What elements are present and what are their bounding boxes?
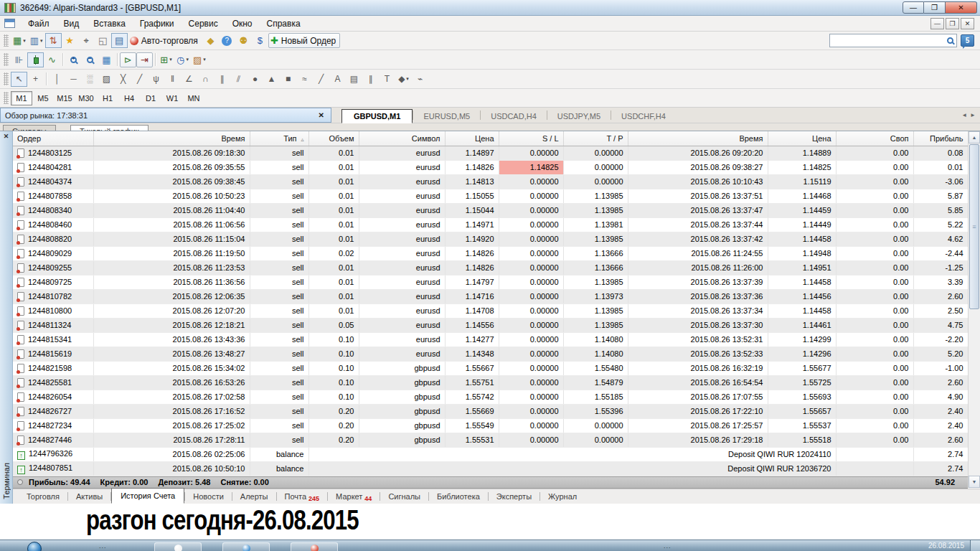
text-label-button[interactable]: T <box>379 72 395 87</box>
timeframe-d1[interactable]: D1 <box>140 91 161 105</box>
strategy-tester-button[interactable]: ◱ <box>95 33 111 48</box>
table-row[interactable]: 12448272342015.08.26 17:25:02sell0.20gbp… <box>13 418 968 433</box>
fibo-grid-button[interactable]: ░ <box>82 72 98 87</box>
restore-button[interactable]: ❐ <box>924 1 946 14</box>
table-row[interactable]: ↑12447963262015.08.26 02:25:06balanceDep… <box>13 447 968 461</box>
bar-chart-button[interactable]: ⊪ <box>11 52 27 67</box>
close-button[interactable]: ✕ <box>946 1 977 14</box>
toolbar-grip[interactable] <box>4 92 9 105</box>
show-desktop-button[interactable] <box>970 540 980 551</box>
terminal-tab[interactable]: Эксперты <box>489 490 540 503</box>
elliott-wave-button[interactable]: ≈ <box>296 72 313 87</box>
table-row[interactable]: 12448215982015.08.26 15:34:02sell0.10gbp… <box>13 361 968 375</box>
timeframe-m15[interactable]: M15 <box>54 91 75 105</box>
table-row[interactable]: 12448097252015.08.26 11:36:56sell0.01eur… <box>13 275 968 289</box>
timeframe-h1[interactable]: H1 <box>97 91 118 105</box>
scrollbar-thumb[interactable] <box>969 144 979 309</box>
chart-tab[interactable]: USDCHF,H4 <box>611 110 676 123</box>
column-header-volume[interactable]: Объем <box>308 131 359 146</box>
mql5-chat-badge[interactable]: 5 <box>961 34 974 47</box>
terminal-tab[interactable]: Новости <box>185 490 232 503</box>
horizontal-line-button[interactable]: ─ <box>65 72 82 87</box>
column-header-open_time[interactable]: Время <box>93 131 250 146</box>
table-row[interactable]: 12448156192015.08.26 13:48:27sell0.10eur… <box>13 347 968 361</box>
rectangle-button[interactable]: ■ <box>280 72 296 87</box>
scroll-up-icon[interactable]: ▲ <box>969 131 980 143</box>
terminal-tab[interactable]: Маркет44 <box>328 490 380 503</box>
timeframe-w1[interactable]: W1 <box>161 91 183 105</box>
tab-scroll-left-icon[interactable]: ◄ <box>961 112 967 118</box>
taskbar-app-2[interactable] <box>222 542 270 551</box>
favorites-button[interactable]: ★ <box>62 33 78 48</box>
column-header-symbol[interactable]: Символ <box>359 131 445 146</box>
column-header-sl[interactable]: S / L <box>499 131 563 146</box>
new-order-button[interactable]: ✚ Новый Ордер <box>268 33 340 48</box>
market-watch-close-icon[interactable]: ✕ <box>316 111 326 119</box>
terminal-tab[interactable]: Сигналы <box>380 490 428 503</box>
column-header-close_time[interactable]: Время <box>628 131 768 146</box>
terminal-tab[interactable]: Журнал <box>540 490 585 503</box>
table-row[interactable]: 12448267272015.08.26 17:16:52sell0.20gbp… <box>13 404 968 418</box>
table-row[interactable]: 12448274462015.08.26 17:28:11sell0.20gbp… <box>13 433 968 447</box>
table-row[interactable]: 12448107822015.08.26 12:06:35sell0.01eur… <box>13 289 968 303</box>
table-row[interactable]: 12448083402015.08.26 11:04:40sell0.01eur… <box>13 203 968 217</box>
column-header-tp[interactable]: T / P <box>563 131 628 146</box>
toolbar-grip[interactable] <box>4 34 9 47</box>
menu-item[interactable]: Файл <box>21 17 57 31</box>
mdi-minimize-button[interactable]: — <box>930 18 944 29</box>
chart-tab[interactable]: USDCAD,H4 <box>481 110 547 123</box>
menu-item[interactable]: Вид <box>57 17 87 31</box>
market-button[interactable]: $ <box>252 33 268 48</box>
gann-line-button[interactable]: ╱ <box>131 72 148 87</box>
mdi-close-button[interactable]: ✕ <box>961 18 974 29</box>
table-row[interactable]: ↑12448078512015.08.26 10:50:10balanceDep… <box>13 461 968 476</box>
table-row[interactable]: 12448255812015.08.26 16:53:26sell0.10gbp… <box>13 375 968 390</box>
column-header-profit[interactable]: Прибыль <box>913 131 968 146</box>
column-header-close_price[interactable]: Цена <box>768 131 836 146</box>
table-row[interactable]: 12448084602015.08.26 11:06:56sell0.01eur… <box>13 217 968 232</box>
table-row[interactable]: 12448092552015.08.26 11:23:53sell0.01eur… <box>13 260 968 275</box>
ellipse-button[interactable]: ● <box>247 72 263 87</box>
chart-tab[interactable]: USDJPY,M5 <box>547 110 611 123</box>
start-orb-icon[interactable] <box>27 542 42 551</box>
market-watch-header[interactable]: Обзор рынка: 17:38:31 ✕ <box>0 108 331 123</box>
timeframe-m30[interactable]: M30 <box>75 91 97 105</box>
menu-item[interactable]: Графики <box>133 17 182 31</box>
mdi-restore-button[interactable]: ❐ <box>946 18 959 29</box>
crosshair-button[interactable]: + <box>27 72 44 87</box>
terminal-tab[interactable]: Библиотека <box>429 490 488 503</box>
terminal-tab[interactable]: Активы <box>68 490 110 503</box>
table-row[interactable]: 12448078582015.08.26 10:50:23sell0.01eur… <box>13 189 968 203</box>
menu-item[interactable]: Сервис <box>182 17 225 31</box>
terminal-close-icon[interactable]: ✕ <box>4 131 9 141</box>
zoom-out-button[interactable]: − <box>82 52 98 67</box>
table-row[interactable]: 12448088202015.08.26 11:15:04sell0.01eur… <box>13 232 968 246</box>
scroll-down-icon[interactable]: ▼ <box>969 476 980 488</box>
periods-button[interactable]: ◷▾ <box>174 52 191 67</box>
fibo-grid2-button[interactable]: ▨ <box>98 72 115 87</box>
cursor-button[interactable]: ↖ <box>11 72 27 87</box>
crosshair-mode-button[interactable]: ⌖ <box>78 33 95 48</box>
table-row[interactable]: 12448031252015.08.26 09:18:30sell0.01eur… <box>13 146 968 160</box>
profiles-button[interactable]: ▥▾ <box>28 33 45 48</box>
table-row[interactable]: 12448043742015.08.26 09:38:45sell0.01eur… <box>13 174 968 189</box>
fibo-fan-button[interactable]: ∩ <box>197 72 214 87</box>
tab-scroll-right-icon[interactable]: ► <box>970 112 976 118</box>
autotrade-button[interactable]: Авто-торговля <box>128 33 202 48</box>
gann-fan-button[interactable]: ╳ <box>115 72 131 87</box>
line-chart-button[interactable]: ∿ <box>44 52 60 67</box>
search-icon[interactable] <box>947 37 953 44</box>
trendline-button[interactable]: ╱ <box>313 72 329 87</box>
zoom-in-button[interactable]: + <box>65 52 82 67</box>
terminal-tab[interactable]: Почта245 <box>277 490 328 503</box>
column-header-open_price[interactable]: Цена <box>445 131 499 146</box>
candlestick-button[interactable] <box>27 52 44 67</box>
toolbar-grip[interactable] <box>4 53 9 66</box>
channel-button[interactable]: ⫽ <box>230 72 247 87</box>
timeframe-mn[interactable]: MN <box>183 91 204 105</box>
table-row[interactable]: 12448108002015.08.26 12:07:20sell0.01eur… <box>13 303 968 318</box>
tab-symbols[interactable]: Символы <box>3 125 56 131</box>
market-watch-toggle[interactable]: ⇅ <box>45 33 62 48</box>
vertical-scrollbar[interactable]: ▲ ▼ <box>968 131 980 488</box>
table-row[interactable]: 12448260542015.08.26 17:02:58sell0.10gbp… <box>13 390 968 404</box>
